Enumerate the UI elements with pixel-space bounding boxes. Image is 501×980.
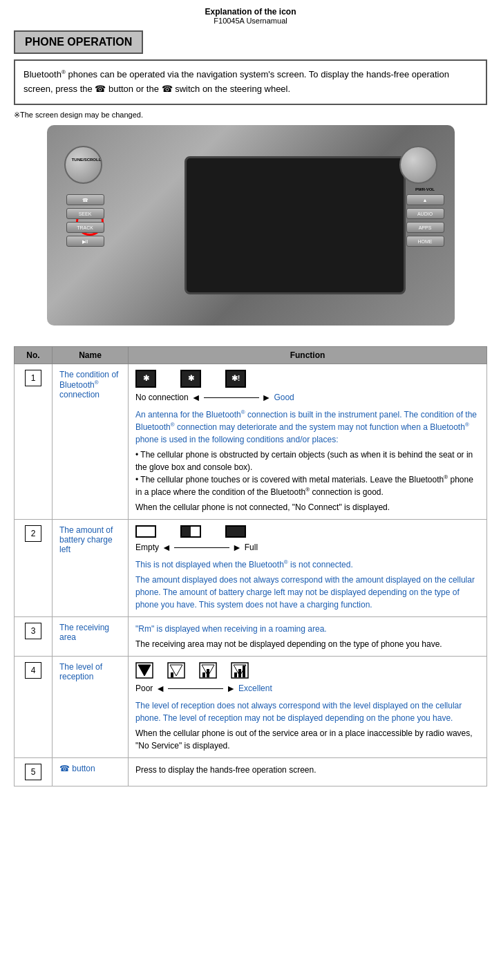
batt-desc-1: This is not displayed when the Bluetooth… bbox=[135, 558, 480, 571]
battery-empty-icon bbox=[135, 525, 156, 538]
signal-desc-1: The level of reception does not always c… bbox=[135, 699, 480, 724]
arrow-right-4: ► bbox=[226, 681, 236, 696]
col-header-no: No. bbox=[15, 346, 53, 364]
table-row: 5 ☎ button Press to display the hands-fr… bbox=[15, 757, 487, 786]
row-no-2: 2 bbox=[15, 519, 53, 616]
btn-apps: APPS bbox=[406, 222, 444, 233]
row-no-1: 1 bbox=[15, 364, 53, 519]
bt-icon-partial: ✱︎ bbox=[180, 370, 201, 388]
btn-eject: ▲ bbox=[406, 194, 444, 205]
signal-icon-0 bbox=[135, 662, 153, 679]
row-no-5: 5 bbox=[15, 757, 53, 786]
intro-text: Bluetooth® phones can be operated via th… bbox=[23, 69, 449, 94]
roam-desc-2: The receiving area may not be displayed … bbox=[135, 638, 480, 650]
btn-play: ▶II bbox=[66, 236, 104, 247]
label-excellent: Excellent bbox=[238, 682, 272, 695]
info-table: No. Name Function 1 The condition of Blu… bbox=[14, 346, 487, 786]
btn-home: HOME bbox=[406, 236, 444, 247]
knob-left bbox=[64, 146, 102, 184]
signal-icon-3 bbox=[231, 662, 249, 679]
btn-audio: AUDIO bbox=[406, 208, 444, 219]
battery-half-icon bbox=[180, 525, 201, 538]
signal-desc-2: When the cellular phone is out of the se… bbox=[135, 727, 480, 752]
bt-desc-2: • The cellular phone is obstructed by ce… bbox=[135, 449, 480, 473]
arrow-right-2: ► bbox=[232, 540, 242, 555]
section-heading-text: PHONE OPERATION bbox=[14, 30, 143, 54]
svg-rect-13 bbox=[243, 666, 245, 677]
row-no-3: 3 bbox=[15, 616, 53, 656]
header-subtitle: F10045A Usernamual bbox=[14, 17, 487, 25]
batt-desc-2: The amount displayed does not always cor… bbox=[135, 574, 480, 611]
knob-right bbox=[399, 146, 437, 184]
arrow-line-dash bbox=[204, 397, 259, 398]
col-header-name: Name bbox=[53, 346, 129, 364]
btn-track: TRACK bbox=[66, 222, 104, 233]
row-name-1: The condition of Bluetooth® connection bbox=[53, 364, 129, 519]
arrow-label-no-connection: No connection bbox=[135, 391, 189, 404]
col-header-function: Function bbox=[129, 346, 487, 364]
svg-rect-11 bbox=[234, 672, 237, 677]
arrow-left: ◄ bbox=[191, 390, 201, 405]
table-row: 1 The condition of Bluetooth® connection… bbox=[15, 364, 487, 519]
row-func-3: "Rm" is displayed when receiving in a ro… bbox=[129, 616, 487, 656]
row-name-2: The amount of battery charge left bbox=[53, 519, 129, 616]
bt-icon-no-connection: ✱ bbox=[135, 370, 156, 388]
label-full: Full bbox=[245, 541, 258, 554]
label-poor: Poor bbox=[135, 682, 153, 695]
row-func-4: Poor ◄ ► Excellent The level of receptio… bbox=[129, 656, 487, 757]
table-row: 3 The receiving area "Rm" is displayed w… bbox=[15, 616, 487, 656]
signal-icon-1 bbox=[167, 662, 185, 679]
button-group-right: ▲ AUDIO APPS HOME bbox=[406, 194, 444, 247]
car-screen bbox=[185, 156, 406, 294]
svg-rect-4 bbox=[171, 672, 173, 677]
table-row: 2 The amount of battery charge left Empt… bbox=[15, 519, 487, 616]
label-empty: Empty bbox=[135, 541, 159, 554]
header: Explanation of the icon F10045A Usernamu… bbox=[14, 7, 487, 25]
bt-icon-good: ✱! bbox=[225, 370, 246, 388]
row-name-5: ☎ button bbox=[53, 757, 129, 786]
arrow-left-4: ◄ bbox=[155, 681, 165, 696]
header-title: Explanation of the icon bbox=[14, 7, 487, 17]
pwr-label: PWR·VOL bbox=[406, 187, 444, 191]
arrow-line-4 bbox=[168, 688, 223, 689]
table-row: 4 The level of reception bbox=[15, 656, 487, 757]
button-group-left: ☎ SEEK TRACK ▶II bbox=[66, 194, 104, 247]
row-func-5: Press to display the hands-free operatio… bbox=[129, 757, 487, 786]
btn-func-desc: Press to display the hands-free operatio… bbox=[135, 765, 316, 775]
bt-desc-4: When the cellular phone is not connected… bbox=[135, 501, 480, 513]
car-image: TUNE/SCROLL PWR·VOL ☎ SEEK TRACK ▶II ▲ A… bbox=[47, 125, 455, 326]
btn-seek: SEEK bbox=[66, 208, 104, 219]
section-heading: PHONE OPERATION bbox=[14, 30, 487, 59]
svg-rect-7 bbox=[202, 672, 205, 677]
roam-desc-1: "Rm" is displayed when receiving in a ro… bbox=[135, 623, 480, 635]
arrow-right: ► bbox=[262, 390, 272, 405]
svg-rect-8 bbox=[207, 669, 209, 677]
arrow-line-2 bbox=[174, 547, 229, 548]
intro-box: Bluetooth® phones can be operated via th… bbox=[14, 59, 487, 105]
arrow-left-2: ◄ bbox=[162, 540, 171, 555]
row-name-4: The level of reception bbox=[53, 656, 129, 757]
scroll-label: TUNE/SCROLL bbox=[68, 158, 106, 162]
row-func-1: ✱ ✱︎ ✱! No connection ◄ ► Good An antenn… bbox=[129, 364, 487, 519]
bt-desc-1: An antenna for the Bluetooth® connection… bbox=[135, 408, 480, 446]
svg-rect-12 bbox=[238, 669, 241, 677]
battery-full-icon bbox=[225, 525, 246, 538]
bt-desc-3: • The cellular phone touches or is cover… bbox=[135, 473, 480, 498]
arrow-label-good: Good bbox=[274, 391, 294, 404]
note-text: ※The screen design may be changed. bbox=[14, 111, 487, 120]
signal-icon-2 bbox=[199, 662, 217, 679]
row-no-4: 4 bbox=[15, 656, 53, 757]
row-name-3: The receiving area bbox=[53, 616, 129, 656]
btn-phone: ☎ bbox=[66, 194, 104, 205]
row-func-2: Empty ◄ ► Full This is not displayed whe… bbox=[129, 519, 487, 616]
